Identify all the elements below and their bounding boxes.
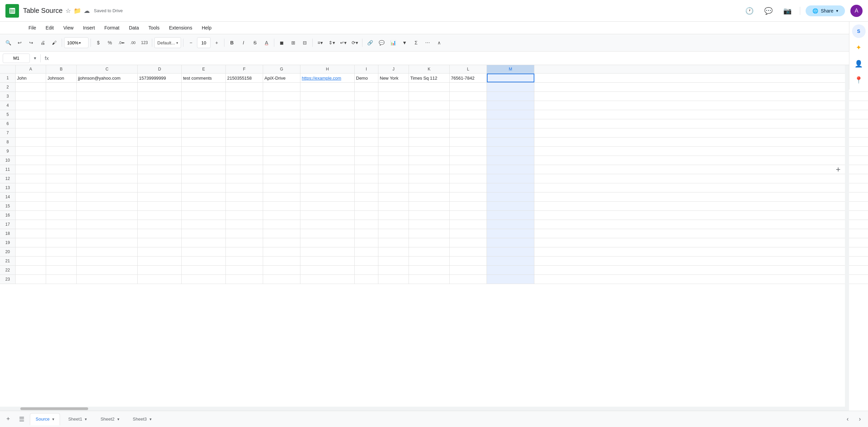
cell-J19[interactable] [378,238,409,247]
cell-L23[interactable] [450,275,487,284]
cell-I21[interactable] [355,257,378,265]
cell-F6[interactable] [226,119,263,128]
cell-G17[interactable] [263,220,300,229]
avatar[interactable]: A [850,5,863,17]
cell-B22[interactable] [46,266,77,274]
functions-button[interactable]: Σ [411,37,421,48]
formula-input[interactable] [52,54,865,63]
cell-C23[interactable] [77,275,138,284]
menu-help[interactable]: Help [198,24,216,32]
cell-G20[interactable] [263,247,300,256]
cell-C19[interactable] [77,238,138,247]
cell-E8[interactable] [182,138,226,146]
row-number-5[interactable]: 5 [0,110,16,119]
cell-J16[interactable] [378,211,409,220]
cell-I1[interactable]: Demo [355,74,378,82]
cell-B23[interactable] [46,275,77,284]
cell-B1[interactable]: Johnson [46,74,77,82]
cell-H18[interactable] [300,229,355,238]
cell-C11[interactable] [77,165,138,174]
cell-G22[interactable] [263,266,300,274]
cell-F11[interactable] [226,165,263,174]
col-header-F[interactable]: F [226,65,263,73]
cell-B8[interactable] [46,138,77,146]
cell-F23[interactable] [226,275,263,284]
cell-K10[interactable] [409,156,450,165]
cell-L8[interactable] [450,138,487,146]
cell-K7[interactable] [409,128,450,137]
cell-H14[interactable] [300,192,355,201]
menu-view[interactable]: View [59,24,78,32]
font-size-decrease-button[interactable]: − [185,37,196,48]
cell-L22[interactable] [450,266,487,274]
cell-D1[interactable]: 15739999999 [138,74,182,82]
cell-F21[interactable] [226,257,263,265]
cell-C9[interactable] [77,147,138,156]
cell-D10[interactable] [138,156,182,165]
cell-L16[interactable] [450,211,487,220]
cell-F5[interactable] [226,110,263,119]
cell-H10[interactable] [300,156,355,165]
cell-F16[interactable] [226,211,263,220]
add-panel-button[interactable]: + [831,163,845,176]
cell-H6[interactable] [300,119,355,128]
cell-F17[interactable] [226,220,263,229]
cell-I8[interactable] [355,138,378,146]
cell-A6[interactable] [16,119,46,128]
menu-extensions[interactable]: Extensions [165,24,196,32]
cell-M20[interactable] [487,247,534,256]
cell-I5[interactable] [355,110,378,119]
cell-D17[interactable] [138,220,182,229]
cell-A22[interactable] [16,266,46,274]
col-header-D[interactable]: D [138,65,182,73]
vertical-scrollbar[interactable] [845,65,849,411]
font-size-increase-button[interactable]: + [211,37,222,48]
cell-H21[interactable] [300,257,355,265]
cell-H8[interactable] [300,138,355,146]
comment2-button[interactable]: 💬 [376,37,387,48]
history-icon[interactable]: 🕐 [743,4,756,18]
cell-C1[interactable]: jjohnson@yahoo.com [77,74,138,82]
cell-F4[interactable] [226,101,263,110]
cell-K9[interactable] [409,147,450,156]
sheet-tab-source[interactable]: Source ▾ [30,413,60,425]
cell-B17[interactable] [46,220,77,229]
cell-K6[interactable] [409,119,450,128]
row-number-21[interactable]: 21 [0,257,16,265]
cell-E19[interactable] [182,238,226,247]
cell-J12[interactable] [378,174,409,183]
cell-B15[interactable] [46,202,77,210]
cell-C18[interactable] [77,229,138,238]
cell-A16[interactable] [16,211,46,220]
more-options-button[interactable]: ⋯ [422,37,433,48]
cell-A14[interactable] [16,192,46,201]
cell-J9[interactable] [378,147,409,156]
text-color-button[interactable]: A [261,37,272,48]
cell-K4[interactable] [409,101,450,110]
cell-L21[interactable] [450,257,487,265]
cell-F13[interactable] [226,183,263,192]
cell-I19[interactable] [355,238,378,247]
chart-button[interactable]: 📊 [388,37,398,48]
cell-J20[interactable] [378,247,409,256]
cell-I16[interactable] [355,211,378,220]
cell-E18[interactable] [182,229,226,238]
cell-L5[interactable] [450,110,487,119]
cell-A17[interactable] [16,220,46,229]
cell-A21[interactable] [16,257,46,265]
cell-G10[interactable] [263,156,300,165]
cell-L2[interactable] [450,83,487,92]
print-button[interactable]: 🖨 [37,37,48,48]
cell-I3[interactable] [355,92,378,101]
cell-A15[interactable] [16,202,46,210]
cell-I23[interactable] [355,275,378,284]
cell-G6[interactable] [263,119,300,128]
cell-D18[interactable] [138,229,182,238]
cell-E13[interactable] [182,183,226,192]
cell-K14[interactable] [409,192,450,201]
sheets-addon-icon[interactable]: S [852,24,866,38]
cell-M21[interactable] [487,257,534,265]
cell-J2[interactable] [378,83,409,92]
cell-B11[interactable] [46,165,77,174]
cell-K2[interactable] [409,83,450,92]
